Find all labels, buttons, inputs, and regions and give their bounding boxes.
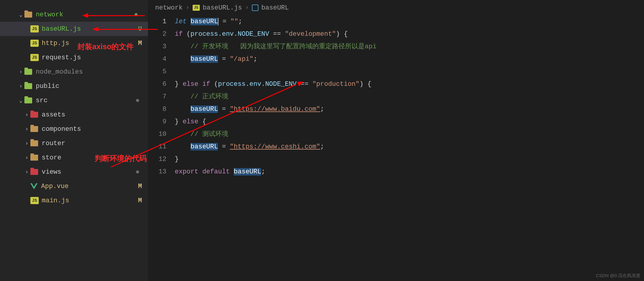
breadcrumb[interactable]: network › JS baseURL.js › baseURL bbox=[148, 0, 644, 15]
chevron-down-icon: ⌄ bbox=[17, 11, 24, 18]
js-file-icon: JS bbox=[30, 40, 39, 47]
arrow-icon bbox=[92, 27, 98, 32]
js-file-icon: JS bbox=[30, 25, 39, 32]
js-file-icon: JS bbox=[30, 54, 39, 61]
dot-icon bbox=[136, 170, 139, 173]
chevron-right-icon: › bbox=[23, 126, 30, 132]
breadcrumb-seg[interactable]: baseURL.js bbox=[203, 4, 242, 12]
tree-label: App.vue bbox=[41, 183, 136, 190]
tree-item-request[interactable]: JS request.js bbox=[0, 50, 148, 65]
folder-icon bbox=[30, 169, 38, 175]
vue-file-icon bbox=[30, 183, 38, 189]
chevron-right-icon: › bbox=[23, 112, 30, 118]
folder-open-icon bbox=[24, 12, 32, 18]
tree-item-src[interactable]: ⌄ src bbox=[0, 93, 148, 108]
chevron-right-icon: › bbox=[23, 155, 30, 161]
tree-label: main.js bbox=[42, 197, 136, 204]
chevron-right-icon: › bbox=[17, 83, 24, 89]
breadcrumb-seg[interactable]: baseURL bbox=[261, 4, 289, 12]
tree-label: network bbox=[36, 11, 142, 18]
chevron-right-icon: › bbox=[185, 4, 189, 12]
variable-icon bbox=[252, 4, 258, 11]
folder-icon bbox=[30, 155, 38, 161]
git-status: M bbox=[136, 197, 142, 204]
tree-item-app-vue[interactable]: App.vue M bbox=[0, 179, 148, 193]
chevron-right-icon: › bbox=[245, 4, 249, 12]
arrow-icon bbox=[98, 29, 158, 30]
js-file-icon: JS bbox=[193, 5, 200, 11]
tree-item-public[interactable]: › public bbox=[0, 79, 148, 93]
tree-item-router[interactable]: › router bbox=[0, 136, 148, 150]
tree-item-network[interactable]: ⌄ network bbox=[0, 7, 148, 22]
code-content[interactable]: let baseURL = ""; if (process.env.NODE_E… bbox=[175, 15, 644, 281]
folder-icon bbox=[24, 83, 32, 89]
git-status: M bbox=[136, 40, 142, 47]
tree-label: request.js bbox=[42, 54, 142, 61]
tree-label: public bbox=[36, 83, 142, 90]
tree-item-main-js[interactable]: JS main.js M bbox=[0, 193, 148, 208]
folder-icon bbox=[30, 112, 38, 118]
tree-item-components[interactable]: › components bbox=[0, 122, 148, 136]
chevron-right-icon: › bbox=[17, 69, 24, 75]
arrow-icon bbox=[88, 15, 145, 16]
chevron-down-icon: ⌄ bbox=[17, 97, 24, 104]
annotation-text: 封装axiso的文件 bbox=[77, 42, 134, 52]
tree-label: src bbox=[36, 97, 142, 104]
folder-icon bbox=[30, 126, 38, 132]
tree-label: views bbox=[42, 168, 142, 176]
dot-icon bbox=[136, 99, 139, 102]
tree-item-node-modules[interactable]: › node_modules bbox=[0, 65, 148, 79]
tree-label: components bbox=[42, 125, 142, 133]
folder-icon bbox=[30, 140, 38, 146]
editor: network › JS baseURL.js › baseURL 1 2 3 … bbox=[148, 0, 644, 281]
js-file-icon: JS bbox=[30, 197, 39, 204]
tree-label: node_modules bbox=[36, 68, 142, 76]
chevron-right-icon: › bbox=[23, 169, 30, 175]
git-status: M bbox=[136, 183, 142, 190]
breadcrumb-seg[interactable]: network bbox=[155, 4, 183, 12]
tree-item-views[interactable]: › views bbox=[0, 165, 148, 179]
code-area[interactable]: 1 2 3 4 5 6 7 8 9 10 11 12 13 let baseUR… bbox=[148, 15, 644, 281]
folder-icon bbox=[24, 69, 32, 75]
folder-icon bbox=[24, 97, 32, 103]
watermark: CSDN @0.活在风浪里 bbox=[596, 273, 640, 279]
chevron-right-icon: › bbox=[23, 140, 30, 146]
tree-label: assets bbox=[42, 111, 142, 119]
annotation-text: 判断环境的代码 bbox=[95, 153, 147, 163]
arrow-icon bbox=[82, 13, 88, 18]
tree-label: router bbox=[42, 140, 142, 147]
tree-item-assets[interactable]: › assets bbox=[0, 108, 148, 122]
